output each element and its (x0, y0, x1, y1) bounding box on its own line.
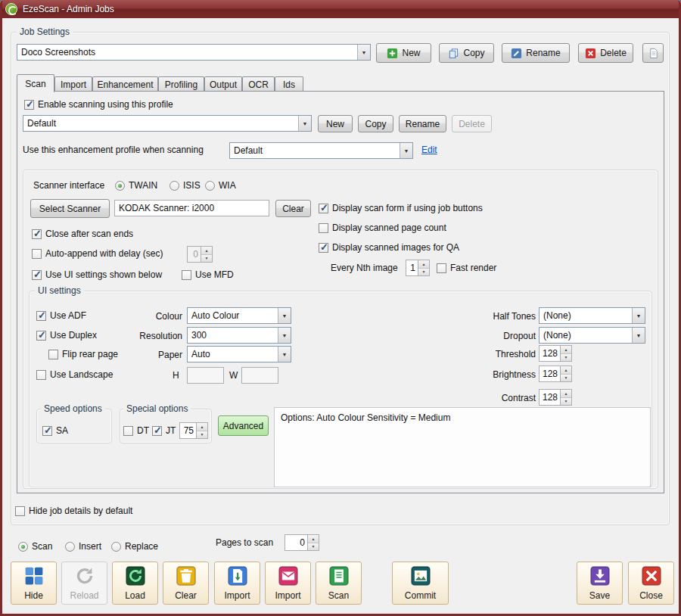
commit-button[interactable]: Commit (392, 562, 449, 605)
dropout-select[interactable]: (None) (539, 327, 645, 344)
job-select[interactable]: Doco Screenshots (17, 44, 371, 61)
checkbox-box[interactable] (123, 426, 133, 436)
profile-new-button[interactable]: New (318, 115, 353, 132)
flip-rear-page-checkbox[interactable]: Flip rear page (48, 349, 118, 359)
tab-enhancement[interactable]: Enhancement (92, 76, 158, 92)
spinner-down-icon[interactable] (561, 354, 571, 362)
radio-circle[interactable] (65, 542, 75, 552)
contrast-spinner[interactable]: 128 (539, 389, 572, 406)
mode-replace-radio[interactable]: Replace (111, 541, 158, 552)
checkbox-box[interactable] (36, 370, 46, 380)
brightness-spinner[interactable]: 128 (539, 366, 572, 382)
spinner-up-icon[interactable] (197, 423, 207, 431)
tab-import[interactable]: Import (54, 76, 92, 92)
spinner-buttons[interactable] (307, 535, 319, 550)
checkbox-box[interactable] (42, 426, 52, 436)
close-after-scan-checkbox[interactable]: Close after scan ends (32, 229, 133, 239)
width-field[interactable] (241, 367, 278, 384)
job-rename-button[interactable]: Rename (502, 43, 570, 63)
hide-button[interactable]: Hide (11, 562, 57, 605)
colour-select[interactable]: Auto Colour (187, 307, 291, 324)
jt-checkbox[interactable]: JT (152, 425, 176, 436)
job-notes-button[interactable] (642, 43, 664, 63)
spinner-buttons[interactable] (196, 423, 207, 438)
checkbox-box[interactable] (319, 204, 328, 213)
spinner-up-icon[interactable] (561, 346, 571, 354)
chevron-down-icon[interactable] (278, 347, 291, 362)
paper-select[interactable]: Auto (187, 346, 291, 362)
fast-render-checkbox[interactable]: Fast render (437, 263, 496, 273)
mode-scan-radio[interactable]: Scan (18, 541, 52, 552)
checkbox-box[interactable] (36, 331, 46, 341)
checkbox-box[interactable] (319, 243, 328, 253)
checkbox-box[interactable] (319, 223, 328, 233)
job-copy-button[interactable]: Copy (439, 43, 494, 63)
select-scanner-button[interactable]: Select Scanner (30, 199, 110, 218)
use-mfd-checkbox[interactable]: Use MFD (182, 269, 234, 280)
close-button[interactable]: Close (628, 562, 674, 605)
import-button[interactable]: Import (214, 562, 260, 605)
sa-checkbox[interactable]: SA (42, 425, 68, 436)
job-delete-button[interactable]: Delete (578, 43, 633, 63)
every-nth-spinner[interactable]: 1 (406, 260, 430, 276)
spinner-down-icon[interactable] (197, 431, 207, 439)
threshold-spinner[interactable]: 128 (539, 345, 572, 362)
enable-scanning-checkbox[interactable]: Enable scanning using this profile (24, 99, 173, 110)
radio-circle[interactable] (169, 181, 179, 191)
display-scan-form-checkbox[interactable]: Display scan form if using job buttons (319, 203, 483, 213)
enhancement-profile-select[interactable]: Default (229, 142, 413, 159)
pages-to-scan-spinner[interactable]: 0 (285, 534, 319, 551)
radio-wia[interactable]: WIA (205, 180, 236, 191)
chevron-down-icon[interactable] (357, 45, 370, 60)
checkbox-box[interactable] (36, 311, 46, 321)
chevron-down-icon[interactable] (632, 308, 645, 323)
radio-circle[interactable] (111, 542, 121, 552)
radio-isis[interactable]: ISIS (169, 180, 201, 191)
spinner-up-icon[interactable] (561, 366, 571, 375)
use-landscape-checkbox[interactable]: Use Landscape (36, 369, 113, 380)
radio-circle[interactable] (115, 181, 125, 191)
spinner-down-icon[interactable] (561, 375, 571, 382)
checkbox-box[interactable] (437, 263, 446, 273)
spinner-down-icon[interactable] (418, 269, 429, 276)
scanner-name-field[interactable]: KODAK Scanner: i2000 (114, 200, 269, 216)
dt-checkbox[interactable]: DT (123, 425, 149, 436)
radio-twain[interactable]: TWAIN (115, 180, 157, 191)
clear-button[interactable]: Clear (163, 562, 209, 605)
tab-ocr[interactable]: OCR (242, 76, 275, 92)
auto-append-checkbox[interactable]: Auto-append with delay (sec) (32, 248, 163, 259)
jt-spinner[interactable]: 75 (179, 422, 208, 439)
spinner-buttons[interactable] (560, 390, 571, 405)
height-field[interactable] (187, 367, 224, 384)
use-duplex-checkbox[interactable]: Use Duplex (36, 330, 97, 341)
chevron-down-icon[interactable] (278, 328, 291, 343)
scan-profile-select[interactable]: Default (23, 115, 312, 132)
checkbox-box[interactable] (182, 270, 191, 280)
use-ui-settings-checkbox[interactable]: Use UI settings shown below (32, 269, 162, 280)
resolution-select[interactable]: 300 (187, 327, 291, 344)
checkbox-box[interactable] (32, 229, 42, 239)
display-page-count-checkbox[interactable]: Display scanned page count (319, 222, 446, 233)
checkbox-box[interactable] (32, 270, 42, 280)
spinner-down-icon[interactable] (561, 398, 571, 406)
tab-profiling[interactable]: Profiling (158, 76, 204, 92)
checkbox-box[interactable] (48, 350, 58, 359)
tab-output[interactable]: Output (204, 76, 242, 92)
chevron-down-icon[interactable] (632, 328, 645, 343)
clear-scanner-button[interactable]: Clear (275, 200, 311, 217)
spinner-up-icon[interactable] (418, 260, 429, 269)
radio-circle[interactable] (18, 542, 28, 552)
hide-job-details-checkbox[interactable]: Hide job details by default (15, 506, 132, 516)
half-tones-select[interactable]: (None) (539, 307, 645, 324)
tab-scan[interactable]: Scan (17, 74, 54, 92)
job-new-button[interactable]: New (376, 43, 431, 63)
checkbox-box[interactable] (15, 506, 25, 516)
load-button[interactable]: Load (112, 562, 158, 605)
edit-enhancement-link[interactable]: Edit (421, 145, 437, 155)
profile-copy-button[interactable]: Copy (358, 115, 393, 132)
checkbox-box[interactable] (24, 100, 34, 110)
radio-circle[interactable] (205, 181, 215, 191)
chevron-down-icon[interactable] (298, 116, 311, 131)
spinner-buttons[interactable] (560, 346, 571, 361)
spinner-up-icon[interactable] (308, 535, 319, 543)
